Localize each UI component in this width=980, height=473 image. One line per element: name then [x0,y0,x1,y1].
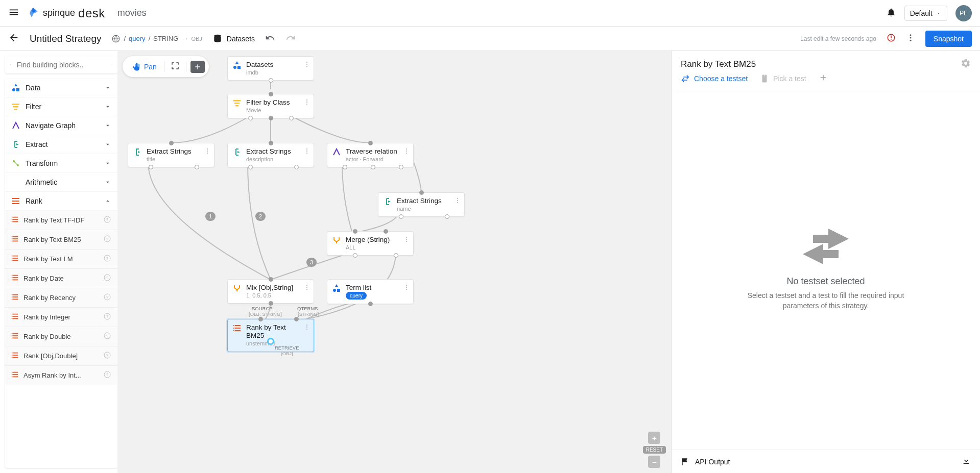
svg-point-112 [207,153,208,154]
fit-screen-icon[interactable] [166,59,184,74]
sidebar-category-arithmetic[interactable]: Arithmetic [5,173,117,192]
help-icon[interactable]: ? [103,235,111,244]
svg-point-1 [214,34,221,37]
search-box[interactable] [5,56,117,73]
rank-item[interactable]: Rank by Text TF-IDF? [5,211,117,230]
sidebar-category-extract[interactable]: Extract [5,135,117,154]
node-mix[interactable]: Mix [Obj,String]1, 0.5, 0.5 [227,279,314,304]
download-icon[interactable] [962,456,971,467]
undo-icon[interactable] [265,33,275,44]
pick-test-button: Pick a test [760,74,806,83]
svg-rect-12 [14,109,17,110]
add-tab-icon[interactable] [819,73,828,84]
choose-testset-button[interactable]: Choose a testset [681,74,748,83]
svg-rect-39 [12,258,13,259]
rank-item[interactable]: Rank by Double? [5,327,117,346]
node-more-icon[interactable] [403,236,410,244]
zoom-reset-button[interactable]: RESET [643,446,666,454]
svg-rect-53 [12,294,13,295]
node-more-icon[interactable] [303,323,310,332]
extract-icon [133,148,142,158]
rank-item[interactable]: Rank [Obj,Double]? [5,346,117,366]
svg-rect-56 [13,296,18,297]
node-more-icon[interactable] [204,147,211,156]
help-icon[interactable]: ? [103,312,111,322]
node-term-list[interactable]: Term listquery [327,279,414,304]
more-vert-icon[interactable] [906,33,915,44]
node-more-icon[interactable] [303,284,310,292]
rank-item[interactable]: Rank by Text LM? [5,250,117,269]
help-icon[interactable]: ? [103,332,111,341]
search-icon [10,60,12,69]
svg-text:?: ? [106,372,109,377]
back-icon[interactable] [8,32,19,45]
node-traverse[interactable]: Traverse relationactor · Forward [327,143,414,167]
help-icon[interactable]: ? [103,293,111,303]
node-more-icon[interactable] [303,61,310,69]
search-input[interactable] [17,61,106,69]
data-icon [332,284,342,294]
node-filter[interactable]: Filter by ClassMovie [227,94,314,118]
rank-item[interactable]: Asym Rank by Int...? [5,366,117,385]
svg-rect-42 [13,260,18,261]
svg-rect-33 [12,241,13,242]
svg-rect-17 [12,201,14,202]
svg-point-6 [910,37,911,39]
help-icon[interactable]: ? [103,254,111,264]
inspector-title: Rank by Text BM25 [681,59,961,69]
alert-icon[interactable] [887,33,896,44]
help-icon[interactable]: ? [103,273,111,283]
user-avatar[interactable]: PE [955,5,972,21]
node-extract-name[interactable]: Extract Stringsname [378,192,465,217]
gear-icon[interactable] [961,58,971,70]
chevron-down-icon [936,10,942,16]
data-icon [11,84,20,92]
empty-state-subtitle: Select a testset and a test to fill the … [739,291,913,311]
node-more-icon[interactable] [454,197,461,206]
svg-rect-4 [891,39,892,40]
node-more-icon[interactable] [303,147,310,156]
breadcrumb[interactable]: / query / STRING → OBJ [111,34,202,43]
pan-tool[interactable]: Pan [127,60,162,73]
sidebar-category-rank[interactable]: Rank [5,192,117,211]
zoom-in-button[interactable]: + [648,432,660,444]
svg-rect-66 [13,318,18,319]
output-port[interactable] [267,338,274,345]
svg-rect-31 [12,238,13,239]
rank-icon [11,371,18,380]
zoom-out-button[interactable]: − [648,456,660,468]
rank-item[interactable]: Rank by Date? [5,269,117,288]
help-icon[interactable]: ? [103,370,111,380]
rank-item[interactable]: Rank by Recency? [5,288,117,308]
node-more-icon[interactable] [403,284,410,292]
node-rank-bm25[interactable]: Rank by Text BM25unstemmed [227,319,314,352]
sidebar-category-navigate[interactable]: Navigate Graph [5,116,117,135]
node-more-icon[interactable] [403,147,410,156]
brand-name: spinque [43,8,75,18]
datasets-button[interactable]: Datasets [212,34,255,44]
canvas[interactable]: 1 2 3 Pan Datasetsimdb Filter by ClassMo [117,51,671,473]
help-icon[interactable]: ? [103,351,111,361]
sidebar-category-data[interactable]: Data [5,79,117,97]
svg-rect-85 [12,372,13,373]
svg-rect-20 [14,203,19,204]
strategy-title[interactable]: Untitled Strategy [30,33,101,44]
add-block-button[interactable] [190,61,205,73]
rank-item[interactable]: Rank by Text BM25? [5,230,117,250]
brand-logo[interactable]: spinque desk [28,6,105,20]
workspace-selector[interactable]: Default [904,6,947,21]
notifications-icon[interactable] [886,7,896,19]
node-more-icon[interactable] [303,98,310,107]
node-extract-desc[interactable]: Extract Stringsdescription [227,143,314,167]
sidebar-category-filter[interactable]: Filter [5,97,117,116]
chevron-down-icon [104,84,111,91]
chevron-up-icon[interactable] [111,61,112,69]
help-icon[interactable]: ? [103,215,111,225]
node-merge[interactable]: Merge (String)ALL [327,231,414,256]
snapshot-button[interactable]: Snapshot [925,31,972,47]
node-datasets[interactable]: Datasetsimdb [227,56,314,81]
sidebar-category-transform[interactable]: Transform [5,154,117,173]
node-extract-title[interactable]: Extract Stringstitle [128,143,214,167]
rank-item[interactable]: Rank by Integer? [5,308,117,327]
hamburger-icon[interactable] [8,7,19,19]
